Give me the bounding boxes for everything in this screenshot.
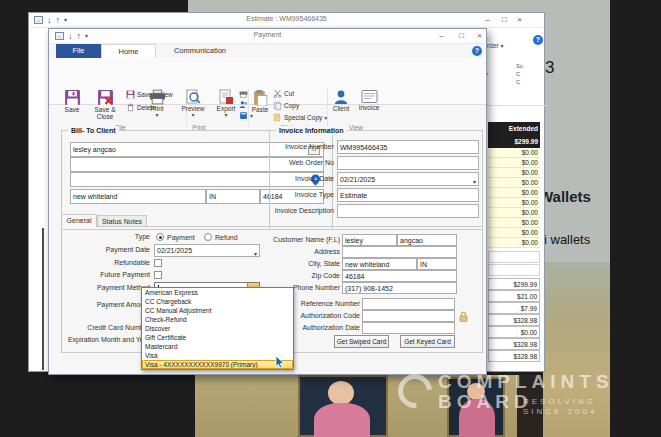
ribbon: Save Save & Close Save & New Delete File… [49,58,486,105]
total-row: $0.00 [488,326,540,338]
authorization-date-field[interactable] [362,322,455,334]
copy-label: Copy [284,102,299,109]
dropdown-item[interactable]: CC Manual Adjustment [142,306,293,315]
save-button[interactable]: Save [58,89,86,113]
save-close-label: Save & Close [88,106,122,120]
type-radio-refund[interactable]: Refund [204,233,238,241]
client-label: Client [333,105,350,112]
address-field[interactable] [342,246,457,258]
tab-general[interactable]: General [61,214,97,227]
customer-last-value: angcao [400,235,423,246]
customer-state-field[interactable]: IN [417,258,457,270]
dropdown-item-highlighted[interactable]: Visa - 4XXXXXXXXXXX9970 (Primary) [142,360,293,369]
print-button[interactable]: Print ▾ [144,89,170,118]
dropdown-item[interactable]: CC Chargeback [142,297,293,306]
invoice-button[interactable]: Invoice [355,89,383,111]
maximize-button[interactable]: □ [455,30,468,42]
client-icon [333,89,349,105]
future-payment-checkbox[interactable] [154,271,162,279]
grid-row[interactable]: $0.00 [488,178,540,188]
copy-button[interactable]: Copy [273,101,299,110]
dropdown-item[interactable]: Visa [142,351,293,360]
close-button[interactable]: × [473,30,486,42]
cut-button[interactable]: Cut [273,89,294,98]
grid-selected-row[interactable]: $299.99 [488,135,540,148]
grid-empty-row[interactable] [488,251,540,263]
tab-home[interactable]: Home [101,44,156,58]
mini-users-button[interactable] [239,100,248,109]
preview-button[interactable]: Preview ▾ [178,89,208,118]
export-button[interactable]: Export ▾ [212,89,240,118]
maximize-button[interactable]: □ [498,14,511,26]
grid-row[interactable]: $0.00 [488,238,540,248]
invoice-type-field[interactable]: Estimate [337,188,479,202]
invoice-number-field[interactable]: WM995466435 [337,140,479,154]
minimize-button[interactable]: – [435,30,448,42]
special-copy-icon [273,113,282,122]
grid-row[interactable]: $0.00 [488,198,540,208]
city-state-label: City, State [252,258,340,270]
client-button[interactable]: Client [329,89,353,112]
dropdown-item[interactable]: Gift Certificate [142,333,293,342]
customer-first-field[interactable]: lesley [342,234,397,246]
invoice-date-field[interactable]: 02/21/2025 ▾ [337,172,479,186]
portrait-1-dress [314,403,370,437]
customer-name-label: Customer Name (F,L) [252,234,340,246]
payment-date-label: Payment Date [62,244,150,256]
customer-city-field[interactable]: new whiteland [342,258,417,270]
web-order-field[interactable] [337,156,479,170]
total-subtotal: $299.99 [488,278,540,290]
payment-dialog: ↓ ↑ ▾ Payment – □ × File Home Communicat… [48,28,487,375]
dropdown-item[interactable]: Mastercard [142,342,293,351]
help-icon[interactable]: ? [533,35,543,45]
invoice-description-field[interactable] [337,204,479,218]
invoice-type-label: Invoice Type [270,189,334,201]
authorization-code-field[interactable] [362,310,455,322]
lock-icon [459,311,468,322]
help-icon[interactable]: ? [472,46,482,56]
grid-row[interactable]: $0.00 [488,168,540,178]
mini-printer-button[interactable] [239,89,248,98]
dropdown-item[interactable]: American Express [142,288,293,297]
preview-label: Preview [181,105,204,112]
city-field[interactable]: new whiteland [70,189,206,204]
get-keyed-card-button[interactable]: Get Keyed Card [400,335,455,348]
state-field[interactable]: IN [206,189,260,204]
customer-last-field[interactable]: angcao [397,234,457,246]
dropdown-item[interactable]: Check-Refund [142,315,293,324]
radio-unselected-icon [204,233,212,241]
phone-number-field[interactable]: (317) 908-1452 [342,282,457,294]
save-close-button[interactable]: Save & Close [88,89,122,120]
grid-row[interactable]: $0.00 [488,148,540,158]
special-copy-button[interactable]: Special Copy ▾ [273,113,327,122]
webpage-partial-digit: 3 [545,58,554,78]
tab-file[interactable]: File [56,44,101,58]
refundable-checkbox[interactable] [154,259,162,267]
watermark-brand-line2: BOARD [438,392,533,412]
grid-row[interactable]: $0.00 [488,218,540,228]
customer-zip-field[interactable]: 46184 [342,270,457,282]
chevron-down-icon[interactable]: ▾ [473,176,476,186]
zip-code-label: Zip Code [252,270,340,282]
grid-row[interactable]: $0.00 [488,208,540,218]
reference-number-field[interactable] [362,298,455,310]
grid-row[interactable]: $0.00 [488,188,540,198]
payment-method-label: Payment Method [62,282,150,294]
payment-amount-label: Payment Amount [62,299,150,311]
type-radio-payment[interactable]: Payment [156,233,195,241]
tab-communication[interactable]: Communication [156,44,244,58]
minimize-button[interactable]: – [481,14,494,26]
address-label: Address [252,246,340,258]
grid-row[interactable]: $0.00 [488,228,540,238]
grid-row[interactable]: $0.00 [488,158,540,168]
special-copy-label: Special Copy [284,114,322,121]
payment-date-field[interactable]: 02/21/2025 ▾ [154,244,260,257]
dropdown-item[interactable]: Discover [142,324,293,333]
grid-empty-row[interactable] [488,264,540,276]
ribbon-mini-label-1: Su [516,63,523,70]
get-swiped-card-button[interactable]: Get Swiped Card [334,335,389,348]
client-name-value: lesley angcao [73,143,116,156]
webpage-subheading: i wallets [544,232,590,247]
close-button[interactable]: × [513,14,526,26]
paste-button[interactable]: Paste [250,89,270,113]
